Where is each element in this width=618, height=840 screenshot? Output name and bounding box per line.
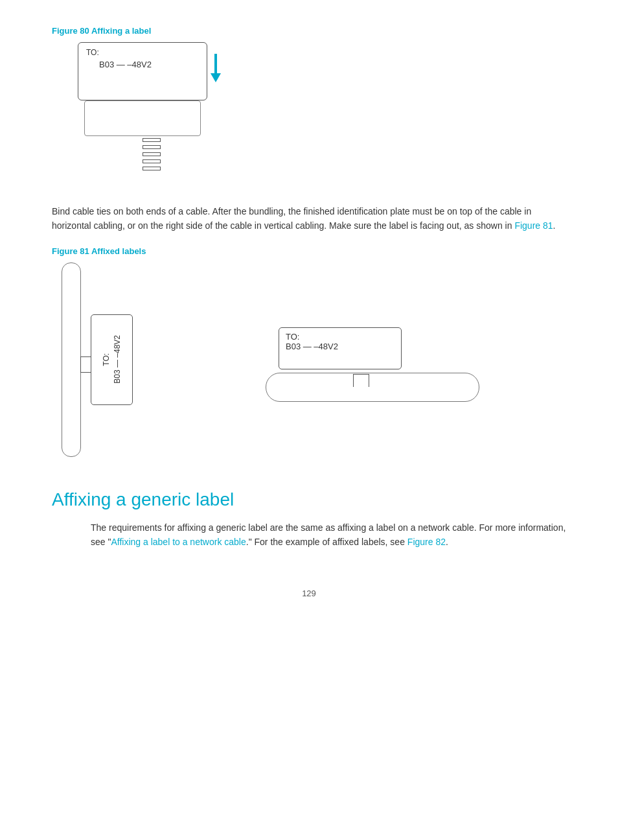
cable-tie-bar-3 <box>143 152 161 156</box>
figure-80-container: Figure 80 Affixing a label TO: B03 — –48… <box>52 26 566 185</box>
fig81-horiz-cable <box>266 373 479 402</box>
figure-81-diagram: TO: B03 — –48V2 TO: B03 — –48V2 <box>52 262 505 470</box>
figure-81-container: Figure 81 Affixed labels TO: B03 — –48V2… <box>52 246 566 470</box>
fig81-horiz-clip <box>353 374 369 387</box>
body-text-end: . <box>553 220 556 231</box>
fig81-horiz-label-card: TO: B03 — –48V2 <box>279 327 402 369</box>
cable-tie-bar-2 <box>143 145 161 149</box>
section-paragraph: The requirements for affixing a generic … <box>91 520 566 550</box>
figure-80-diagram: TO: B03 — –48V2 <box>78 42 259 185</box>
fig80-to-text: TO: <box>86 48 199 57</box>
section-para2: ." For the example of affixed labels, se… <box>246 537 407 547</box>
figure-80-title: Figure 80 Affixing a label <box>52 26 566 36</box>
cable-tie-bar-4 <box>143 159 161 163</box>
section-para3: . <box>446 537 448 547</box>
fig81-vert-cable <box>62 262 81 457</box>
fig81-vert-label-text: TO: B03 — –48V2 <box>101 335 123 384</box>
fig80-label-card: TO: B03 — –48V2 <box>78 42 207 100</box>
cable-tie-bar-5 <box>143 167 161 170</box>
fig80-label-content: B03 — –48V2 <box>99 60 199 69</box>
fig81-horiz-to: TO: <box>286 332 395 342</box>
fig80-cable-slot <box>84 100 201 136</box>
fig81-horiz-content: B03 — –48V2 <box>286 342 395 351</box>
body-paragraph: Bind cable ties on both ends of a cable.… <box>52 204 566 233</box>
body-text-before-link: Bind cable ties on both ends of a cable.… <box>52 206 531 231</box>
figure-82-link[interactable]: Figure 82 <box>407 537 446 547</box>
fig80-cable-ties <box>143 138 161 177</box>
cable-tie-bar-1 <box>143 138 161 142</box>
figure-81-title: Figure 81 Affixed labels <box>52 246 566 256</box>
fig80-arrow <box>211 54 221 82</box>
page-number: 129 <box>52 589 566 598</box>
figure-81-link[interactable]: Figure 81 <box>514 220 553 231</box>
affixing-label-link[interactable]: Affixing a label to a network cable <box>111 537 246 547</box>
section-heading: Affixing a generic label <box>52 489 566 510</box>
fig81-vert-label-card: TO: B03 — –48V2 <box>91 314 133 405</box>
